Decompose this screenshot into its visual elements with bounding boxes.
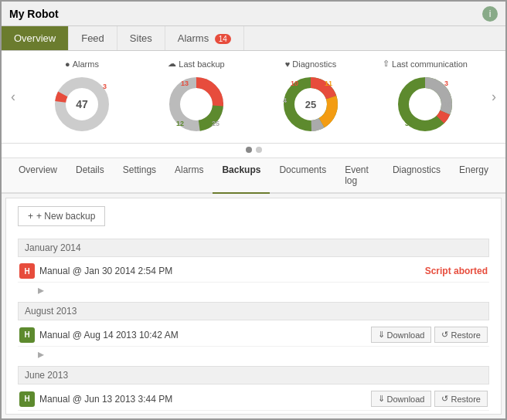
backup-row: H Manual @ Jan 30 2014 2:54 PM Script ab… — [18, 260, 489, 283]
donut-diagnostics-chart: 25 10 11 4 — [280, 73, 342, 135]
top-tab-bar: Overview Feed Sites Alarms 14 — [2, 26, 505, 51]
backup-item-aug14: H Manual @ Aug 14 2013 10:42 AM ⇓ Downlo… — [18, 323, 489, 361]
download-button[interactable]: ⇓ Download — [371, 391, 432, 407]
nav-tab-details[interactable]: Details — [66, 158, 114, 194]
carousel-dot-2[interactable] — [256, 147, 262, 153]
backup-actions: ⇓ Download ↺ Restore — [371, 327, 488, 343]
download-icon: ⇓ — [378, 330, 385, 340]
donut-backup-title: ☁ Last backup — [168, 59, 224, 69]
nav-tab-event-log[interactable]: Event log — [335, 158, 383, 194]
carousel-next-arrow[interactable]: › — [482, 59, 505, 135]
nav-tab-documents[interactable]: Documents — [270, 158, 335, 194]
donut-communication-chart: 3 15 31 — [394, 73, 456, 135]
nav-tab-overview[interactable]: Overview — [9, 158, 66, 194]
comment-icon: ▸ — [18, 283, 489, 297]
donut-alarms-title: ● Alarms — [65, 59, 99, 69]
alarms-badge: 14 — [215, 34, 231, 44]
backup-label: Manual @ Jan 30 2014 2:54 PM — [39, 266, 419, 276]
section-june-2013: June 2013 — [18, 366, 489, 384]
backup-status-icon: H — [19, 391, 35, 407]
bell-icon: ● — [65, 59, 70, 69]
backup-row: H Manual @ Jun 13 2013 3:44 PM ⇓ Downloa… — [18, 388, 489, 411]
top-tab-feed[interactable]: Feed — [69, 26, 117, 50]
donut-diagnostics: ♥ Diagnostics 25 10 — [268, 59, 353, 135]
restore-button[interactable]: ↺ Restore — [434, 391, 488, 407]
donut-backup-chart: 13 12 25 — [165, 73, 227, 135]
carousel-dot-1[interactable] — [246, 147, 252, 153]
nav-tab-energy[interactable]: Energy — [450, 158, 498, 194]
backup-item-jan30: H Manual @ Jan 30 2014 2:54 PM Script ab… — [18, 260, 489, 297]
download-icon: ⇓ — [378, 394, 385, 404]
carousel-prev-arrow[interactable]: ‹ — [2, 59, 25, 135]
script-aborted-text: Script aborted — [425, 266, 488, 276]
comment-icon: ▸ — [18, 347, 489, 361]
comment-icon: ▸ — [18, 411, 489, 415]
top-tab-sites[interactable]: Sites — [117, 26, 165, 50]
top-tab-overview[interactable]: Overview — [2, 26, 69, 50]
nav-tab-settings[interactable]: Settings — [114, 158, 165, 194]
plus-icon: + — [28, 211, 33, 222]
svg-text:25: 25 — [305, 99, 316, 110]
carousel: ‹ ● Alarms 47 3 — [2, 51, 505, 144]
add-backup-button[interactable]: + + New backup — [18, 206, 105, 226]
carousel-dots — [2, 144, 505, 158]
title-bar: My Robot i — [2, 2, 505, 26]
main-window: My Robot i Overview Feed Sites Alarms 14… — [0, 0, 507, 420]
heart-icon: ♥ — [285, 59, 291, 69]
top-tab-alarms[interactable]: Alarms 14 — [165, 26, 244, 50]
backup-item-jun13: H Manual @ Jun 13 2013 3:44 PM ⇓ Downloa… — [18, 388, 489, 415]
donut-communication: ⇧ Last communication 3 15 31 — [383, 59, 468, 135]
nav-tab-diagnostics[interactable]: Diagnostics — [383, 158, 450, 194]
svg-point-7 — [182, 90, 210, 118]
signal-icon: ⇧ — [383, 59, 390, 69]
donut-alarms: ● Alarms 47 3 — [39, 59, 124, 135]
cloud-icon: ☁ — [168, 59, 176, 69]
content-area: + + New backup January 2014 H Manual @ J… — [5, 198, 502, 415]
donut-diagnostics-title: ♥ Diagnostics — [285, 59, 336, 69]
download-button[interactable]: ⇓ Download — [371, 327, 432, 343]
svg-text:47: 47 — [76, 98, 88, 110]
backup-actions: ⇓ Download ↺ Restore — [371, 391, 488, 407]
nav-tab-backups[interactable]: Backups — [213, 158, 270, 194]
donut-backup: ☁ Last backup 13 12 25 — [154, 59, 239, 135]
restore-button[interactable]: ↺ Restore — [434, 327, 488, 343]
donut-alarms-chart: 47 3 — [51, 73, 113, 135]
info-icon[interactable]: i — [482, 6, 498, 22]
section-january-2014: January 2014 — [18, 239, 489, 257]
backup-label: Manual @ Aug 14 2013 10:42 AM — [39, 330, 371, 340]
donut-communication-title: ⇧ Last communication — [383, 59, 468, 69]
backup-status-icon: H — [19, 263, 35, 279]
restore-icon: ↺ — [441, 394, 448, 404]
svg-point-17 — [411, 90, 439, 118]
backup-row: H Manual @ Aug 14 2013 10:42 AM ⇓ Downlo… — [18, 323, 489, 347]
backup-label: Manual @ Jun 13 2013 3:44 PM — [39, 394, 371, 405]
nav-tab-bar: Overview Details Settings Alarms Backups… — [2, 158, 505, 194]
carousel-content: ● Alarms 47 3 — [25, 59, 482, 135]
section-august-2013: August 2013 — [18, 302, 489, 320]
restore-icon: ↺ — [441, 330, 448, 340]
nav-tab-alarms[interactable]: Alarms — [165, 158, 213, 194]
page-title: My Robot — [9, 8, 59, 20]
backup-status-icon: H — [19, 327, 35, 343]
